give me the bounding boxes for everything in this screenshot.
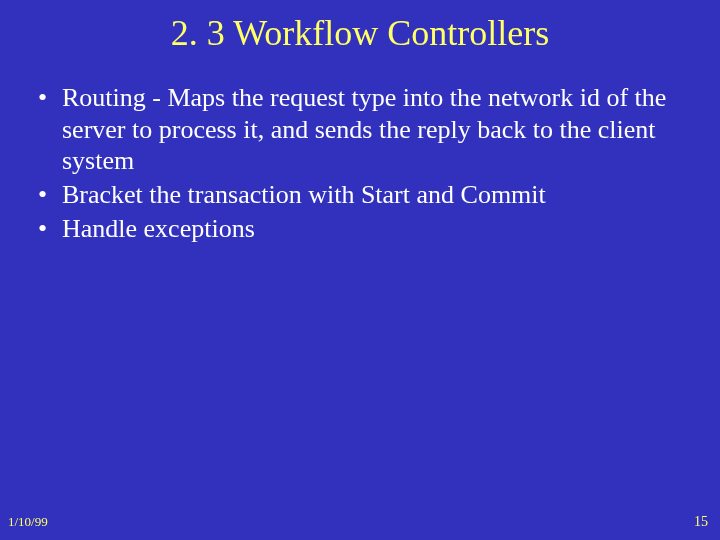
bullet-item: Routing - Maps the request type into the…	[38, 82, 682, 177]
slide-title: 2. 3 Workflow Controllers	[0, 0, 720, 54]
bullet-item: Bracket the transaction with Start and C…	[38, 179, 682, 211]
footer-page-number: 15	[694, 514, 708, 530]
footer-date: 1/10/99	[8, 514, 48, 530]
bullet-list: Routing - Maps the request type into the…	[38, 82, 682, 245]
bullet-item: Handle exceptions	[38, 213, 682, 245]
